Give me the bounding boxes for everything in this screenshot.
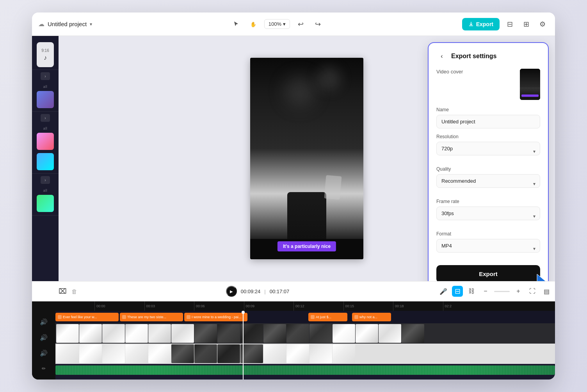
trash-icon[interactable]: 🗑 (71, 288, 77, 295)
subtitle-clip-5[interactable]: why not a... (352, 313, 391, 321)
sidebar-thumb-2[interactable] (37, 133, 54, 150)
link-button[interactable]: ⛓ (466, 286, 477, 297)
video-frame-16 (402, 324, 424, 343)
pointer-tool[interactable] (230, 18, 242, 30)
caption-button[interactable]: ⊟ (452, 286, 463, 297)
s-frame-1 (56, 344, 79, 363)
ruler-mark-6: 00:18 (393, 301, 443, 311)
tl-tool-4[interactable]: ✏ (38, 363, 49, 374)
mic-button[interactable]: 🎤 (438, 286, 449, 297)
sidebar-thumb-1[interactable] (37, 91, 54, 108)
video-cover-row: Video cover (436, 69, 540, 100)
ruler-mark-2: 00:06 (194, 301, 244, 311)
audio-track (55, 365, 555, 374)
sidebar-thumb-4[interactable] (37, 195, 54, 212)
main-content: 9:16 ♪ › all › all (32, 36, 555, 281)
sidebar-thumbs-2: all (32, 124, 59, 174)
undo-button[interactable]: ↩ (295, 18, 307, 30)
zoom-level: 100% (269, 21, 281, 27)
video-middle-area (250, 148, 363, 239)
video-preview: It's a particularly nice (250, 58, 363, 259)
sidebar-card-section: 9:16 ♪ (32, 40, 59, 70)
audio-waveform-track (55, 365, 555, 375)
format-select[interactable]: MP4 MOV GIF (436, 239, 540, 253)
second-video-track (55, 344, 555, 364)
top-bar-left: ☁ Untitled project ▾ (38, 20, 92, 28)
s-frame-9 (240, 344, 263, 363)
tl-tool-1[interactable]: 🔊 (38, 316, 49, 327)
fullscreen-button[interactable]: ⛶ (527, 286, 538, 297)
aspect-ratio-card[interactable]: 9:16 ♪ (37, 42, 54, 67)
app-window: ☁ Untitled project ▾ ✋ 100% ▾ ↩ ↪ Export… (32, 12, 555, 380)
layers-button[interactable]: ⊟ (503, 18, 516, 30)
video-frames-container (55, 323, 555, 344)
subtitle-clip-text-4: At just $... (316, 315, 331, 319)
subtitle-clip-text-1: Ever feel like your w... (63, 315, 97, 319)
settings-button[interactable]: ⚙ (536, 18, 549, 30)
time-separator: | (264, 289, 265, 294)
layout-button[interactable]: ⊞ (520, 18, 532, 30)
framerate-label: Frame rate (436, 199, 540, 204)
transcript-button[interactable]: ▤ (541, 286, 552, 297)
project-dropdown-icon[interactable]: ▾ (90, 21, 92, 27)
s-frame-8 (217, 344, 240, 363)
panel-back-button[interactable]: ‹ (436, 51, 447, 62)
video-frame-3 (102, 324, 125, 343)
play-button[interactable]: ▶ (226, 286, 237, 297)
video-cover-thumb[interactable] (520, 69, 540, 100)
hand-tool[interactable]: ✋ (247, 18, 260, 30)
ruler-mark-7: 02:2 (443, 301, 493, 311)
s-frame-12 (310, 344, 332, 363)
panel-export-button[interactable]: Export (436, 265, 540, 281)
expand-section-1: › (41, 70, 50, 82)
framerate-select[interactable]: 24fps 25fps 30fps 60fps (436, 207, 540, 220)
tl-tool-3[interactable]: 🔊 (38, 347, 49, 358)
video-top-area (250, 58, 363, 148)
video-frame-11 (286, 324, 309, 343)
cut-icon[interactable]: ⌧ (59, 287, 67, 296)
video-frame-12 (310, 324, 332, 343)
s-frame-5 (148, 344, 171, 363)
expand-btn-2[interactable]: › (41, 114, 50, 122)
format-label: Format (436, 231, 540, 237)
framerate-field-group: Frame rate 24fps 25fps 30fps 60fps ▾ (436, 199, 540, 226)
subtitle-clip-text-3: I wore mine to a wedding - pai... (192, 315, 242, 319)
subtitle-clip-3[interactable]: I wore mine to a wedding - pai... (184, 313, 247, 321)
name-label: Name (436, 107, 540, 112)
subtitle-clip-icon-1 (58, 315, 62, 319)
cover-thumb-inner (520, 69, 540, 100)
resolution-label: Resolution (436, 134, 540, 139)
zoom-slider[interactable] (494, 291, 510, 292)
main-video-track (55, 323, 555, 344)
export-button[interactable]: Export (462, 18, 500, 30)
panel-header: ‹ Export settings (436, 51, 540, 62)
redo-button[interactable]: ↪ (312, 18, 324, 30)
zoom-selector[interactable]: 100% ▾ (264, 19, 290, 29)
subtitle-clip-2[interactable]: These are my two siste... (120, 313, 183, 321)
sidebar-thumbs-1: all (32, 82, 59, 112)
export-button-container: Export (436, 264, 540, 281)
format-field-group: Format MP4 MOV GIF ▾ (436, 231, 540, 258)
s-frame-2 (79, 344, 102, 363)
ruler-mark-0: 00:00 (94, 301, 144, 311)
s-frame-10 (263, 344, 286, 363)
name-input[interactable] (436, 115, 540, 128)
quality-select[interactable]: Recommended Good Better Best (436, 174, 540, 188)
video-frame-10 (263, 324, 286, 343)
tiktok-icon: ♪ (44, 54, 47, 61)
expand-btn-3[interactable]: › (41, 176, 50, 184)
sidebar-thumb-3[interactable] (37, 153, 54, 170)
top-bar-center: ✋ 100% ▾ ↩ ↪ (97, 18, 457, 30)
resolution-select[interactable]: 720p 1080p 4K (436, 142, 540, 155)
tl-tool-2[interactable]: 🔊 (38, 332, 49, 343)
framerate-select-wrapper: 24fps 25fps 30fps 60fps ▾ (436, 207, 540, 226)
video-frame-14 (356, 324, 378, 343)
expand-btn-1[interactable]: › (41, 72, 50, 80)
subtitle-clip-4[interactable]: At just $... (308, 313, 347, 321)
playhead[interactable] (243, 311, 244, 380)
zoom-in-button[interactable]: + (513, 286, 524, 297)
cover-bottom (520, 87, 540, 100)
sidebar-label-1: all (43, 85, 48, 89)
zoom-out-button[interactable]: − (480, 286, 491, 297)
subtitle-clip-1[interactable]: Ever feel like your w... (55, 313, 119, 321)
